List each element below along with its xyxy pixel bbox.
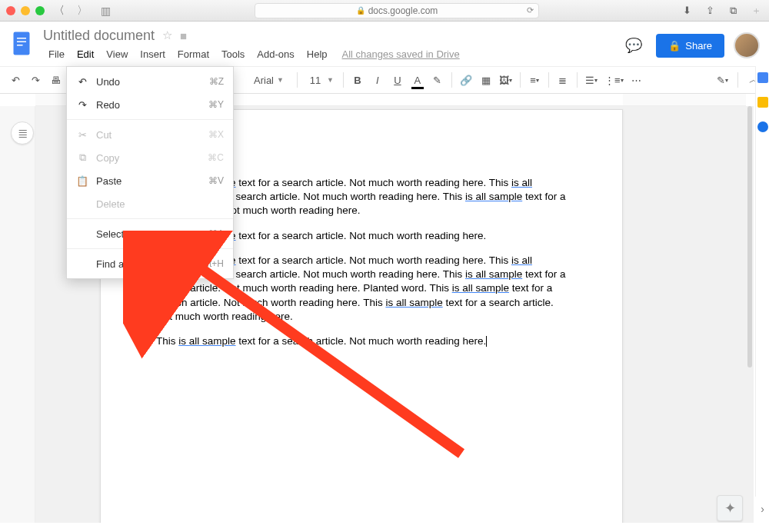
italic-icon[interactable]: I: [368, 70, 387, 90]
tasks-addon-icon[interactable]: [757, 121, 768, 132]
bold-icon[interactable]: B: [348, 70, 367, 90]
lock-icon: 🔒: [356, 6, 365, 15]
menu-paste[interactable]: 📋Paste⌘V: [67, 169, 233, 192]
insert-comment-icon[interactable]: ▦: [477, 70, 495, 90]
close-window-icon[interactable]: [6, 6, 15, 15]
menu-redo[interactable]: ↷Redo⌘Y: [67, 93, 233, 116]
document-title[interactable]: Untitled document: [43, 28, 155, 44]
more-icon[interactable]: ⋯: [628, 70, 646, 90]
font-size-select[interactable]: 11▼: [302, 70, 338, 90]
menu-undo[interactable]: ↶Undo⌘Z: [67, 70, 233, 93]
star-icon[interactable]: ☆: [162, 28, 172, 42]
copy-icon: ⧉: [76, 151, 88, 164]
maximize-window-icon[interactable]: [35, 6, 45, 15]
underline-icon[interactable]: U: [388, 70, 407, 90]
menu-cut: ✂Cut⌘X: [67, 123, 233, 146]
menu-select-all[interactable]: Select all⌘A: [67, 222, 233, 245]
new-tab-icon[interactable]: ＋: [749, 4, 763, 18]
svg-rect-1: [17, 38, 26, 39]
menu-insert[interactable]: Insert: [135, 46, 171, 62]
explore-button[interactable]: ✦: [717, 495, 743, 521]
font-select[interactable]: Arial▼: [249, 70, 292, 90]
save-status[interactable]: All changes saved in Drive: [342, 48, 460, 60]
redo-icon: ↷: [76, 99, 88, 111]
address-bar[interactable]: 🔒 docs.google.com ⟳: [255, 3, 539, 18]
lock-icon: 🔒: [668, 40, 681, 52]
address-url: docs.google.com: [368, 5, 438, 16]
menu-file[interactable]: File: [43, 46, 70, 62]
paste-icon: 📋: [76, 175, 88, 187]
account-avatar[interactable]: [734, 32, 760, 58]
minimize-window-icon[interactable]: [21, 6, 30, 15]
edit-menu-dropdown: ↶Undo⌘Z ↷Redo⌘Y ✂Cut⌘X ⧉Copy⌘C 📋Paste⌘V …: [66, 66, 234, 279]
undo-icon: ↶: [76, 76, 88, 88]
menu-edit[interactable]: Edit: [72, 46, 99, 62]
undo-icon[interactable]: ↶: [6, 70, 25, 90]
show-sidepanel-icon[interactable]: ›: [761, 503, 764, 515]
insert-image-icon[interactable]: 🖼▾: [497, 70, 515, 90]
comments-icon[interactable]: 💬: [621, 32, 647, 58]
menu-delete: Delete: [67, 192, 233, 215]
svg-rect-2: [17, 42, 26, 43]
insert-link-icon[interactable]: 🔗: [457, 70, 475, 90]
print-icon[interactable]: 🖶: [46, 70, 65, 90]
keep-addon-icon[interactable]: [757, 97, 768, 108]
menu-help[interactable]: Help: [301, 46, 333, 62]
forward-button: 〉: [74, 4, 91, 18]
numbered-list-icon[interactable]: ☰▾: [582, 70, 601, 90]
move-folder-icon[interactable]: ■: [180, 29, 187, 42]
menu-find-replace[interactable]: Find and replace⌘+Shift+H: [67, 252, 233, 275]
side-panel: [755, 66, 769, 497]
back-button[interactable]: 〈: [51, 4, 68, 18]
sidebar-toggle-icon[interactable]: ▥: [97, 4, 114, 18]
docs-logo-icon[interactable]: [8, 26, 35, 63]
left-gutter: [0, 106, 35, 523]
reload-icon[interactable]: ⟳: [527, 5, 534, 15]
outline-toggle-icon[interactable]: ≣: [11, 121, 34, 145]
svg-rect-0: [14, 32, 30, 55]
calendar-addon-icon[interactable]: [757, 72, 768, 83]
browser-toolbar: 〈 〉 ▥ 🔒 docs.google.com ⟳ ⬇ ⇪ ⧉ ＋: [0, 0, 769, 22]
share-browser-icon[interactable]: ⇪: [703, 5, 717, 16]
menu-tools[interactable]: Tools: [216, 46, 250, 62]
menu-view[interactable]: View: [101, 46, 133, 62]
line-spacing-icon[interactable]: ≣: [554, 70, 572, 90]
bulleted-list-icon[interactable]: ⋮≡▾: [602, 70, 626, 90]
docs-header: Untitled document ☆ ■ File Edit View Ins…: [0, 22, 769, 66]
share-label: Share: [685, 40, 712, 52]
cut-icon: ✂: [76, 129, 88, 141]
text-color-icon[interactable]: A: [408, 70, 427, 90]
editing-mode-icon[interactable]: ✎▾: [713, 70, 731, 90]
vertical-scrollbar[interactable]: [747, 106, 752, 367]
svg-rect-3: [17, 45, 23, 46]
highlight-icon[interactable]: ✎: [428, 70, 447, 90]
align-icon[interactable]: ≡▾: [525, 70, 544, 90]
menu-copy: ⧉Copy⌘C: [67, 146, 233, 169]
menu-format[interactable]: Format: [172, 46, 215, 62]
tabs-icon[interactable]: ⧉: [726, 5, 740, 17]
window-controls[interactable]: [6, 6, 45, 15]
menu-addons[interactable]: Add-ons: [251, 46, 299, 62]
redo-icon[interactable]: ↷: [26, 70, 45, 90]
downloads-icon[interactable]: ⬇: [680, 5, 694, 16]
share-button[interactable]: 🔒 Share: [656, 34, 724, 58]
